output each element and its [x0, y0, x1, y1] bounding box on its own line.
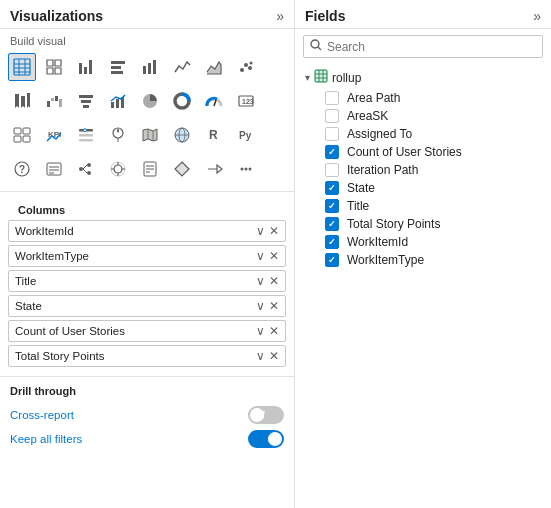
combo-viz-icon[interactable] — [104, 87, 132, 115]
columns-label: Columns — [8, 200, 286, 220]
svg-rect-24 — [81, 100, 91, 103]
r-viz-icon[interactable]: R — [200, 121, 228, 149]
diamond-viz-icon[interactable] — [168, 155, 196, 183]
gauge-viz-icon[interactable] — [200, 87, 228, 115]
field-checkbox[interactable] — [325, 253, 339, 267]
field-item[interactable]: AreaSK — [303, 107, 543, 125]
matrix-viz-icon[interactable] — [40, 53, 68, 81]
cross-report-label[interactable]: Cross-report — [10, 409, 74, 421]
rollup-group-header[interactable]: ▾ rollup — [303, 66, 543, 89]
field-item[interactable]: Iteration Path — [303, 161, 543, 179]
field-checkbox[interactable] — [325, 109, 339, 123]
column-remove-icon[interactable]: ✕ — [269, 349, 279, 363]
svg-point-72 — [249, 168, 252, 171]
line-viz-icon[interactable] — [168, 53, 196, 81]
column-item[interactable]: WorkItemType ∨ ✕ — [8, 245, 286, 267]
field-item[interactable]: Area Path — [303, 89, 543, 107]
qna-viz-icon[interactable]: ? — [8, 155, 36, 183]
bar-chart-viz-icon[interactable] — [72, 53, 100, 81]
field-checkbox[interactable] — [325, 217, 339, 231]
right-expand-icon[interactable]: » — [533, 8, 541, 24]
column-remove-icon[interactable]: ✕ — [269, 324, 279, 338]
column-remove-icon[interactable]: ✕ — [269, 299, 279, 313]
svg-line-58 — [83, 165, 87, 169]
decomp-tree-viz-icon[interactable] — [72, 155, 100, 183]
column-remove-icon[interactable]: ✕ — [269, 274, 279, 288]
svg-rect-0 — [14, 59, 30, 75]
column-item[interactable]: Count of User Stories ∨ ✕ — [8, 320, 286, 342]
paginated-report-viz-icon[interactable] — [136, 155, 164, 183]
column-remove-icon[interactable]: ✕ — [269, 224, 279, 238]
field-checkbox[interactable] — [325, 91, 339, 105]
svg-point-16 — [244, 63, 248, 67]
stacked-bar-viz-icon[interactable] — [104, 53, 132, 81]
column-item[interactable]: State ∨ ✕ — [8, 295, 286, 317]
search-input[interactable] — [327, 40, 536, 54]
column-chevron-icon[interactable]: ∨ — [256, 299, 265, 313]
svg-rect-40 — [79, 139, 93, 142]
pie-viz-icon[interactable] — [136, 87, 164, 115]
funnel-viz-icon[interactable] — [72, 87, 100, 115]
field-item[interactable]: Assigned To — [303, 125, 543, 143]
fields-list: Area Path AreaSK Assigned To Count of Us… — [303, 89, 543, 269]
column-viz-icon[interactable] — [136, 53, 164, 81]
column-chevron-icon[interactable]: ∨ — [256, 249, 265, 263]
search-box[interactable] — [303, 35, 543, 58]
visualizations-title: Visualizations — [10, 8, 103, 24]
svg-point-73 — [311, 40, 319, 48]
keep-all-filters-label[interactable]: Keep all filters — [10, 433, 82, 445]
field-item[interactable]: Title — [303, 197, 543, 215]
field-checkbox[interactable] — [325, 181, 339, 195]
area-viz-icon[interactable] — [200, 53, 228, 81]
search-icon — [310, 39, 322, 54]
column-remove-icon[interactable]: ✕ — [269, 249, 279, 263]
field-item[interactable]: WorkItemType — [303, 251, 543, 269]
field-checkbox[interactable] — [325, 235, 339, 249]
waterfall-viz-icon[interactable] — [40, 87, 68, 115]
field-item[interactable]: Count of User Stories — [303, 143, 543, 161]
column-chevron-icon[interactable]: ∨ — [256, 324, 265, 338]
svg-line-30 — [214, 100, 216, 106]
field-item[interactable]: State — [303, 179, 543, 197]
field-checkbox[interactable] — [325, 127, 339, 141]
arrow-viz-icon[interactable] — [200, 155, 228, 183]
filledmap-viz-icon[interactable] — [136, 121, 164, 149]
left-expand-icon[interactable]: » — [276, 8, 284, 24]
donut-viz-icon[interactable] — [168, 87, 196, 115]
keep-all-filters-toggle[interactable]: On — [248, 430, 284, 448]
column-item[interactable]: WorkItemId ∨ ✕ — [8, 220, 286, 242]
column-chevron-icon[interactable]: ∨ — [256, 274, 265, 288]
cross-report-toggle[interactable]: Off — [248, 406, 284, 424]
svg-rect-39 — [79, 134, 93, 137]
svg-rect-9 — [111, 61, 125, 64]
column-item[interactable]: Total Story Points ∨ ✕ — [8, 345, 286, 367]
fields-tree: ▾ rollup Area Path AreaSK — [295, 64, 551, 508]
field-checkbox[interactable] — [325, 145, 339, 159]
multirow-viz-icon[interactable] — [8, 121, 36, 149]
more-viz-icon[interactable] — [232, 155, 260, 183]
kpi-viz-icon[interactable]: KPI — [40, 121, 68, 149]
column-chevron-icon[interactable]: ∨ — [256, 349, 265, 363]
azuremap-viz-icon[interactable] — [168, 121, 196, 149]
ribbon-viz-icon[interactable] — [8, 87, 36, 115]
svg-rect-23 — [79, 95, 93, 98]
svg-text:R: R — [209, 128, 218, 142]
drill-title: Drill through — [10, 381, 284, 403]
table-viz-icon[interactable]: Table — [8, 53, 36, 81]
map-viz-icon[interactable] — [104, 121, 132, 149]
column-chevron-icon[interactable]: ∨ — [256, 224, 265, 238]
column-item[interactable]: Title ∨ ✕ — [8, 270, 286, 292]
field-item[interactable]: Total Story Points — [303, 215, 543, 233]
field-checkbox[interactable] — [325, 199, 339, 213]
keyinfluencer-viz-icon[interactable] — [104, 155, 132, 183]
card-viz-icon[interactable]: 123 — [232, 87, 260, 115]
slicer-viz-icon[interactable] — [72, 121, 100, 149]
smart-narrative-viz-icon[interactable] — [40, 155, 68, 183]
py-viz-icon[interactable]: Py — [232, 121, 260, 149]
svg-rect-13 — [148, 63, 151, 74]
svg-point-56 — [87, 163, 91, 167]
scatter-viz-icon[interactable] — [232, 53, 260, 81]
field-item[interactable]: WorkItemId — [303, 233, 543, 251]
svg-rect-25 — [83, 105, 89, 108]
field-checkbox[interactable] — [325, 163, 339, 177]
